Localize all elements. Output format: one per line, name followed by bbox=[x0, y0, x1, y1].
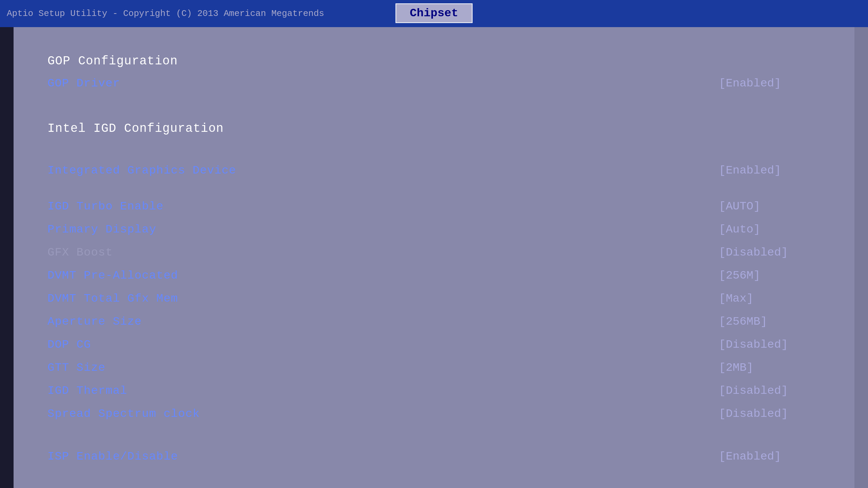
section-isp: ISP Enable/Disable [Enabled] bbox=[47, 448, 821, 465]
spread-spectrum-value: [Disabled] bbox=[719, 407, 821, 420]
spread-spectrum-row[interactable]: Spread Spectrum clock [Disabled] bbox=[47, 405, 821, 422]
top-bar: Aptio Setup Utility - Copyright (C) 2013… bbox=[0, 0, 868, 27]
dop-cg-label: DOP CG bbox=[47, 338, 91, 351]
integrated-graphics-value: [Enabled] bbox=[719, 164, 821, 177]
intel-igd-section-header: Intel IGD Configuration bbox=[47, 122, 821, 136]
gop-driver-row[interactable]: GOP Driver [Enabled] bbox=[47, 75, 821, 92]
gtt-size-row[interactable]: GTT Size [2MB] bbox=[47, 359, 821, 376]
igd-thermal-value: [Disabled] bbox=[719, 384, 821, 397]
dvmt-total-value: [Max] bbox=[719, 292, 821, 305]
dvmt-total-row[interactable]: DVMT Total Gfx Mem [Max] bbox=[47, 290, 821, 307]
gtt-size-label: GTT Size bbox=[47, 361, 105, 374]
dop-cg-row[interactable]: DOP CG [Disabled] bbox=[47, 336, 821, 353]
igd-thermal-row[interactable]: IGD Thermal [Disabled] bbox=[47, 382, 821, 399]
gfx-boost-row: GFX Boost [Disabled] bbox=[47, 244, 821, 261]
content-area: GOP Configuration GOP Driver [Enabled] I… bbox=[14, 27, 854, 488]
tab-chipset[interactable]: Chipset bbox=[396, 3, 473, 23]
igd-turbo-label: IGD Turbo Enable bbox=[47, 200, 163, 213]
section-intel-igd: Intel IGD Configuration Integrated Graph… bbox=[47, 122, 821, 422]
primary-display-value: [Auto] bbox=[719, 223, 821, 236]
gop-driver-label: GOP Driver bbox=[47, 77, 120, 90]
isp-label: ISP Enable/Disable bbox=[47, 450, 178, 463]
gop-section-header: GOP Configuration bbox=[47, 54, 821, 68]
gfx-boost-label: GFX Boost bbox=[47, 246, 113, 259]
section-gop: GOP Configuration GOP Driver [Enabled] bbox=[47, 54, 821, 92]
header-subtitle: Aptio Setup Utility - Copyright (C) 2013… bbox=[7, 8, 324, 19]
gfx-boost-value: [Disabled] bbox=[719, 246, 821, 259]
small-spacer-1 bbox=[47, 185, 821, 192]
aperture-size-label: Aperture Size bbox=[47, 315, 142, 328]
spacer-3 bbox=[47, 428, 821, 442]
isp-row[interactable]: ISP Enable/Disable [Enabled] bbox=[47, 448, 821, 465]
dvmt-total-label: DVMT Total Gfx Mem bbox=[47, 292, 178, 305]
integrated-graphics-row[interactable]: Integrated Graphics Device [Enabled] bbox=[47, 162, 821, 179]
primary-display-row[interactable]: Primary Display [Auto] bbox=[47, 221, 821, 238]
primary-display-label: Primary Display bbox=[47, 223, 156, 236]
spacer-1 bbox=[47, 98, 821, 111]
aperture-size-row[interactable]: Aperture Size [256MB] bbox=[47, 313, 821, 330]
dop-cg-value: [Disabled] bbox=[719, 338, 821, 351]
igd-thermal-label: IGD Thermal bbox=[47, 384, 127, 397]
dvmt-pre-value: [256M] bbox=[719, 269, 821, 282]
igd-turbo-row[interactable]: IGD Turbo Enable [AUTO] bbox=[47, 198, 821, 215]
isp-value: [Enabled] bbox=[719, 450, 821, 463]
gop-driver-value: [Enabled] bbox=[719, 77, 821, 90]
integrated-graphics-label: Integrated Graphics Device bbox=[47, 164, 236, 177]
spread-spectrum-label: Spread Spectrum clock bbox=[47, 407, 200, 420]
aperture-size-value: [256MB] bbox=[719, 315, 821, 328]
gtt-size-value: [2MB] bbox=[719, 361, 821, 374]
dvmt-pre-label: DVMT Pre-Allocated bbox=[47, 269, 178, 282]
igd-turbo-value: [AUTO] bbox=[719, 200, 821, 213]
bios-screen: Aptio Setup Utility - Copyright (C) 2013… bbox=[0, 0, 868, 488]
dvmt-pre-row[interactable]: DVMT Pre-Allocated [256M] bbox=[47, 267, 821, 284]
spacer-2 bbox=[47, 142, 821, 156]
